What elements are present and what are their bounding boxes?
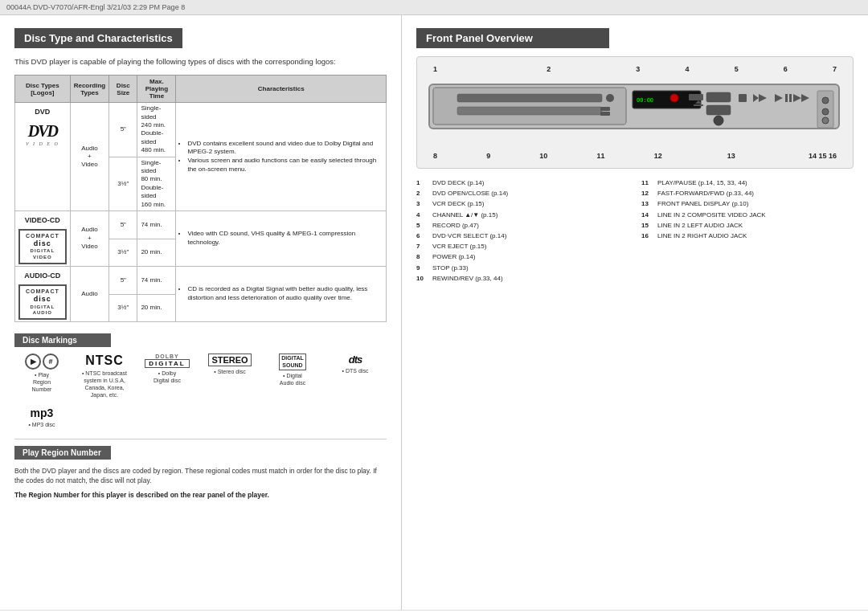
svg-rect-18 xyxy=(789,94,792,102)
acd-recording: Audio xyxy=(70,267,109,322)
dvd-type-cell: DVD DVD V I D E O xyxy=(15,103,71,211)
stereo-icon: STEREO xyxy=(208,353,251,366)
ntsc-icon: NTSC xyxy=(85,353,124,368)
svg-rect-1 xyxy=(433,88,626,125)
svg-rect-2 xyxy=(457,94,602,102)
svg-point-23 xyxy=(822,108,829,115)
vcd-size-1: 5" xyxy=(109,210,137,239)
col-disc-types: Disc Types[Logos] xyxy=(15,76,71,103)
svg-text:00:00: 00:00 xyxy=(637,97,653,104)
vcd-type-cell: VIDEO-CD COMPACT disc DIGITAL VIDEO xyxy=(15,210,71,266)
acd-size-1: 5" xyxy=(109,267,137,295)
acd-time-2: 20 min. xyxy=(137,294,176,322)
dvd-time-2: Single-sided80 min.Double-sided160 min. xyxy=(137,157,176,210)
num-top-3: 3 xyxy=(636,65,640,73)
svg-rect-9 xyxy=(600,112,610,116)
section-divider xyxy=(14,439,387,439)
col-characteristics: Characteristics xyxy=(176,76,387,103)
col-recording: RecordingTypes xyxy=(70,76,109,103)
component-7: 7 VCR EJECT (p.15) xyxy=(416,242,628,251)
ntsc-label: • NTSC broadcastsystem in U.S.A,Canada, … xyxy=(82,370,127,398)
intro-text: This DVD player is capable of playing th… xyxy=(14,56,387,67)
svg-rect-11 xyxy=(706,105,731,115)
digital-label: • DigitalAudio disc xyxy=(280,372,305,386)
page-numbers-footer: 8 9 xyxy=(0,610,868,613)
left-panel: Disc Type and Characteristics This DVD p… xyxy=(0,15,402,610)
region-icon-1: ▶ xyxy=(25,353,41,370)
num-bot-13: 13 xyxy=(727,152,735,160)
right-panel: Front Panel Overview 1 2 3 4 5 6 7 xyxy=(402,15,868,610)
num-bot-10: 10 xyxy=(539,152,547,160)
region-text-2: The Region Number for this player is des… xyxy=(14,491,387,499)
device-svg: 00:00 xyxy=(425,76,843,141)
component-13: 13 FRONT PANEL DISPLAY (p.10) xyxy=(641,199,854,208)
num-bot-11: 11 xyxy=(596,152,604,160)
mp3-label: • MP3 disc xyxy=(28,421,55,428)
dvd-size-2: 3½" xyxy=(109,157,137,210)
num-top-1: 1 xyxy=(433,65,437,73)
component-8: 8 POWER (p.14) xyxy=(416,252,628,261)
marking-stereo: STEREO • Stereo disc xyxy=(203,353,257,375)
dts-label: • DTS disc xyxy=(342,367,369,374)
acd-characteristics: CD is recorded as a Digital Signal with … xyxy=(176,267,387,322)
svg-point-28 xyxy=(670,94,678,102)
svg-rect-13 xyxy=(739,94,747,102)
component-11: 11 PLAY/PAUSE (p.14, 15, 33, 44) xyxy=(641,178,854,187)
vcd-recording: Audio+Video xyxy=(70,210,109,266)
vcd-characteristics: Video with CD sound, VHS quality & MPEG-… xyxy=(176,210,387,266)
markings-row: ▶ # • PlayRegionNumber NTSC • NTSC broad… xyxy=(14,353,387,428)
stereo-label: • Stereo disc xyxy=(214,368,245,375)
device-diagram: 1 2 3 4 5 6 7 xyxy=(416,56,854,169)
dvd-recording: Audio+Video xyxy=(70,103,109,211)
vcd-time-1: 74 min. xyxy=(137,210,176,239)
vcd-time-2: 20 min. xyxy=(137,239,176,267)
component-14: 14 LINE IN 2 COMPOSITE VIDEO JACK xyxy=(641,210,854,219)
acd-time-1: 74 min. xyxy=(137,267,176,295)
marking-ntsc: NTSC • NTSC broadcastsystem in U.S.A,Can… xyxy=(77,353,132,398)
num-bot-14: 14 15 16 xyxy=(809,152,837,160)
vcd-size-2: 3½" xyxy=(109,239,137,267)
page-header: 00044A DVD-V7070/AFR-Engl 3/21/03 2:29 P… xyxy=(0,0,868,15)
component-5: 5 RECORD (p.47) xyxy=(416,221,628,230)
component-4: 4 CHANNEL ▲/▼ (p.15) xyxy=(416,210,628,219)
marking-digital: DIGITALSOUND • DigitalAudio disc xyxy=(265,353,320,386)
region-icon-2: # xyxy=(43,353,59,370)
component-6: 6 DVD·VCR SELECT (p.14) xyxy=(416,231,628,240)
acd-size-2: 3½" xyxy=(109,294,137,322)
svg-rect-8 xyxy=(600,107,610,111)
num-top-5: 5 xyxy=(735,65,739,73)
components-list: 1 DVD DECK (p.14) 11 PLAY/PAUSE (p.14, 1… xyxy=(416,178,854,283)
disc-markings-header: Disc Markings xyxy=(14,333,111,347)
callout-numbers-top: 1 2 3 4 5 6 7 xyxy=(425,65,845,76)
marking-dts: dts • DTS disc xyxy=(328,353,383,374)
component-15: 15 LINE IN 2 LEFT AUDIO JACK xyxy=(641,221,854,230)
col-playing-time: Max.Playing Time xyxy=(137,76,176,103)
digital-icon: DIGITALSOUND xyxy=(279,353,305,370)
play-region-header: Play Region Number xyxy=(14,446,111,460)
num-bot-9: 9 xyxy=(486,152,490,160)
marking-region: ▶ # • PlayRegionNumber xyxy=(14,353,69,393)
component-3: 3 VCR DECK (p.15) xyxy=(416,199,628,208)
region-text-1: Both the DVD player and the discs are co… xyxy=(14,466,387,487)
region-label: • PlayRegionNumber xyxy=(32,371,52,393)
callout-numbers-bottom: 8 9 10 11 12 13 14 15 16 xyxy=(425,150,845,160)
col-disc-size: Disc Size xyxy=(109,76,137,103)
svg-rect-10 xyxy=(706,92,731,102)
disc-type-header: Disc Type and Characteristics xyxy=(14,28,182,48)
svg-point-3 xyxy=(606,94,614,102)
svg-point-24 xyxy=(822,117,829,124)
num-top-7: 7 xyxy=(833,65,837,73)
front-panel-header: Front Panel Overview xyxy=(416,28,609,48)
device-svg-container: 00:00 xyxy=(425,76,845,142)
component-1: 1 DVD DECK (p.14) xyxy=(416,178,628,187)
dts-icon: dts xyxy=(349,353,362,366)
num-top-2: 2 xyxy=(547,65,551,73)
svg-point-12 xyxy=(714,116,723,125)
marking-dolby: DOLBY DIGITAL • DolbyDigital disc xyxy=(140,353,194,384)
dolby-label: • DolbyDigital disc xyxy=(154,370,181,384)
acd-type-cell: AUDIO-CD COMPACT disc DIGITAL AUDIO xyxy=(15,267,71,322)
dvd-size-1: 5" xyxy=(109,103,137,157)
component-2: 2 DVD OPEN/CLOSE (p.14) xyxy=(416,189,628,198)
dolby-icon: DOLBY DIGITAL xyxy=(145,353,189,368)
svg-rect-17 xyxy=(785,94,788,102)
